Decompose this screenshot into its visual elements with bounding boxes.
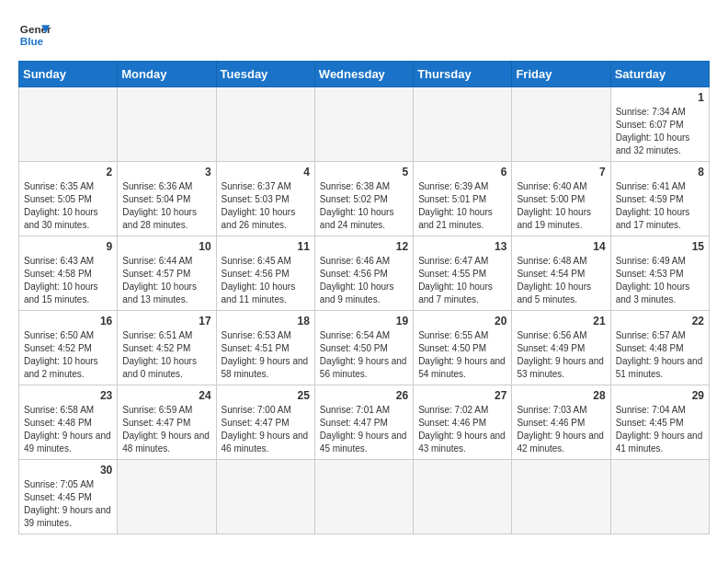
day-cell <box>19 87 118 162</box>
day-info: Sunrise: 6:43 AMSunset: 4:58 PMDaylight:… <box>24 255 112 306</box>
day-info: Sunrise: 6:57 AMSunset: 4:48 PMDaylight:… <box>616 329 704 381</box>
day-number: 21 <box>517 315 605 327</box>
day-info: Sunrise: 6:54 AMSunset: 4:50 PMDaylight:… <box>320 329 408 381</box>
day-number: 29 <box>616 389 704 402</box>
day-cell: 8Sunrise: 6:41 AMSunset: 4:59 PMDaylight… <box>610 162 709 236</box>
day-number: 25 <box>222 389 310 402</box>
day-number: 11 <box>222 240 310 253</box>
day-cell <box>414 87 512 162</box>
day-number: 17 <box>122 315 210 327</box>
day-number: 23 <box>24 389 112 402</box>
day-info: Sunrise: 6:35 AMSunset: 5:05 PMDaylight:… <box>24 180 112 232</box>
day-info: Sunrise: 6:53 AMSunset: 4:51 PMDaylight:… <box>222 329 310 381</box>
day-info: Sunrise: 6:47 AMSunset: 4:55 PMDaylight:… <box>418 255 506 306</box>
day-number: 3 <box>122 166 210 178</box>
day-info: Sunrise: 6:37 AMSunset: 5:03 PMDaylight:… <box>222 180 310 232</box>
day-cell: 7Sunrise: 6:40 AMSunset: 5:00 PMDaylight… <box>512 162 610 236</box>
day-cell <box>414 460 512 534</box>
day-info: Sunrise: 7:00 AMSunset: 4:47 PMDaylight:… <box>222 404 310 455</box>
day-cell <box>512 460 610 534</box>
day-number: 13 <box>418 240 506 253</box>
week-row-1: 2Sunrise: 6:35 AMSunset: 5:05 PMDaylight… <box>19 162 710 236</box>
svg-text:Blue: Blue <box>20 35 44 47</box>
day-cell: 13Sunrise: 6:47 AMSunset: 4:55 PMDayligh… <box>414 236 512 311</box>
day-cell: 3Sunrise: 6:36 AMSunset: 5:04 PMDaylight… <box>118 162 216 236</box>
week-row-2: 9Sunrise: 6:43 AMSunset: 4:58 PMDaylight… <box>19 236 710 311</box>
day-cell: 6Sunrise: 6:39 AMSunset: 5:01 PMDaylight… <box>414 162 512 236</box>
day-cell: 2Sunrise: 6:35 AMSunset: 5:05 PMDaylight… <box>19 162 118 236</box>
day-cell: 24Sunrise: 6:59 AMSunset: 4:47 PMDayligh… <box>118 385 216 460</box>
day-info: Sunrise: 6:59 AMSunset: 4:47 PMDaylight:… <box>122 404 210 455</box>
day-number: 7 <box>517 166 605 178</box>
weekday-header-row: SundayMondayTuesdayWednesdayThursdayFrid… <box>19 62 710 87</box>
day-cell: 15Sunrise: 6:49 AMSunset: 4:53 PMDayligh… <box>610 236 709 311</box>
weekday-header-saturday: Saturday <box>610 62 709 87</box>
day-cell: 30Sunrise: 7:05 AMSunset: 4:45 PMDayligh… <box>19 460 118 534</box>
week-row-4: 23Sunrise: 6:58 AMSunset: 4:48 PMDayligh… <box>19 385 710 460</box>
day-cell: 14Sunrise: 6:48 AMSunset: 4:54 PMDayligh… <box>512 236 610 311</box>
logo-icon: General Blue <box>18 18 51 52</box>
day-info: Sunrise: 6:50 AMSunset: 4:52 PMDaylight:… <box>24 329 112 381</box>
day-info: Sunrise: 6:39 AMSunset: 5:01 PMDaylight:… <box>418 180 506 232</box>
header: General Blue <box>18 18 710 52</box>
day-info: Sunrise: 7:05 AMSunset: 4:45 PMDaylight:… <box>24 478 112 530</box>
day-number: 8 <box>616 166 704 178</box>
day-number: 18 <box>222 315 310 327</box>
day-cell: 26Sunrise: 7:01 AMSunset: 4:47 PMDayligh… <box>314 385 413 460</box>
day-number: 16 <box>24 315 112 327</box>
day-number: 2 <box>24 166 112 178</box>
day-info: Sunrise: 6:55 AMSunset: 4:50 PMDaylight:… <box>418 329 506 381</box>
day-info: Sunrise: 7:01 AMSunset: 4:47 PMDaylight:… <box>320 404 408 455</box>
day-number: 10 <box>122 240 210 253</box>
day-info: Sunrise: 6:45 AMSunset: 4:56 PMDaylight:… <box>222 255 310 306</box>
day-info: Sunrise: 6:41 AMSunset: 4:59 PMDaylight:… <box>616 180 704 232</box>
day-cell: 17Sunrise: 6:51 AMSunset: 4:52 PMDayligh… <box>118 311 216 385</box>
day-cell <box>216 460 314 534</box>
day-cell: 5Sunrise: 6:38 AMSunset: 5:02 PMDaylight… <box>314 162 413 236</box>
day-info: Sunrise: 7:02 AMSunset: 4:46 PMDaylight:… <box>418 404 506 455</box>
weekday-header-friday: Friday <box>512 62 610 87</box>
day-number: 28 <box>517 389 605 402</box>
weekday-header-tuesday: Tuesday <box>216 62 314 87</box>
day-number: 9 <box>24 240 112 253</box>
day-info: Sunrise: 6:51 AMSunset: 4:52 PMDaylight:… <box>122 329 210 381</box>
day-cell: 1Sunrise: 7:34 AMSunset: 6:07 PMDaylight… <box>610 87 709 162</box>
day-cell: 23Sunrise: 6:58 AMSunset: 4:48 PMDayligh… <box>19 385 118 460</box>
day-cell: 22Sunrise: 6:57 AMSunset: 4:48 PMDayligh… <box>610 311 709 385</box>
day-number: 5 <box>320 166 408 178</box>
day-cell: 10Sunrise: 6:44 AMSunset: 4:57 PMDayligh… <box>118 236 216 311</box>
day-number: 30 <box>24 464 112 477</box>
day-cell: 28Sunrise: 7:03 AMSunset: 4:46 PMDayligh… <box>512 385 610 460</box>
day-number: 27 <box>418 389 506 402</box>
weekday-header-sunday: Sunday <box>19 62 118 87</box>
day-info: Sunrise: 6:44 AMSunset: 4:57 PMDaylight:… <box>122 255 210 306</box>
day-cell <box>118 87 216 162</box>
day-number: 6 <box>418 166 506 178</box>
day-info: Sunrise: 7:04 AMSunset: 4:45 PMDaylight:… <box>616 404 704 455</box>
day-cell <box>118 460 216 534</box>
day-number: 4 <box>222 166 310 178</box>
day-number: 1 <box>616 91 704 104</box>
day-cell: 21Sunrise: 6:56 AMSunset: 4:49 PMDayligh… <box>512 311 610 385</box>
day-info: Sunrise: 7:34 AMSunset: 6:07 PMDaylight:… <box>616 106 704 157</box>
day-number: 22 <box>616 315 704 327</box>
day-cell <box>314 87 413 162</box>
day-number: 20 <box>418 315 506 327</box>
weekday-header-wednesday: Wednesday <box>314 62 413 87</box>
day-info: Sunrise: 7:03 AMSunset: 4:46 PMDaylight:… <box>517 404 605 455</box>
day-cell <box>512 87 610 162</box>
day-cell <box>610 460 709 534</box>
day-cell: 29Sunrise: 7:04 AMSunset: 4:45 PMDayligh… <box>610 385 709 460</box>
day-info: Sunrise: 6:40 AMSunset: 5:00 PMDaylight:… <box>517 180 605 232</box>
day-cell: 16Sunrise: 6:50 AMSunset: 4:52 PMDayligh… <box>19 311 118 385</box>
day-info: Sunrise: 6:58 AMSunset: 4:48 PMDaylight:… <box>24 404 112 455</box>
week-row-0: 1Sunrise: 7:34 AMSunset: 6:07 PMDaylight… <box>19 87 710 162</box>
weekday-header-monday: Monday <box>118 62 216 87</box>
day-number: 14 <box>517 240 605 253</box>
day-info: Sunrise: 6:56 AMSunset: 4:49 PMDaylight:… <box>517 329 605 381</box>
day-cell: 9Sunrise: 6:43 AMSunset: 4:58 PMDaylight… <box>19 236 118 311</box>
day-cell: 18Sunrise: 6:53 AMSunset: 4:51 PMDayligh… <box>216 311 314 385</box>
day-number: 12 <box>320 240 408 253</box>
logo: General Blue <box>18 18 51 52</box>
day-number: 24 <box>122 389 210 402</box>
